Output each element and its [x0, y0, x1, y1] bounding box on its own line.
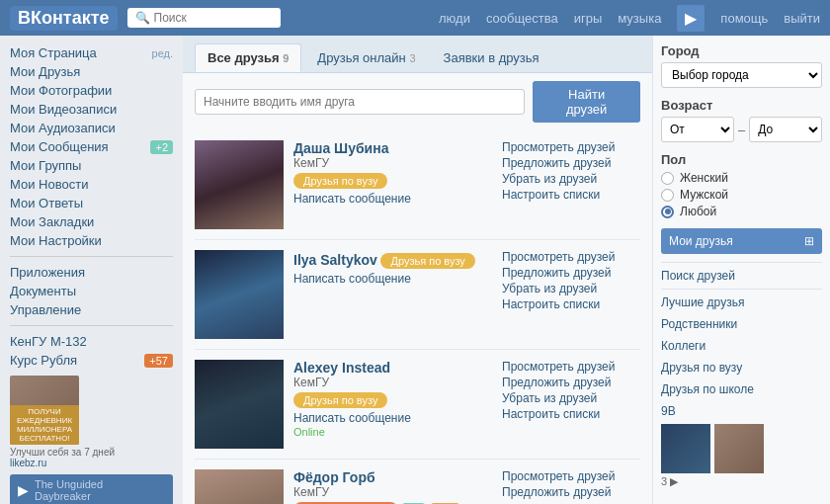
- sidebar-item-messages[interactable]: Мои Сообщения +2: [10, 137, 173, 156]
- friend-action-view-2[interactable]: Просмотреть друзей: [502, 360, 640, 374]
- my-friends-button[interactable]: Мои друзья ⊞: [661, 228, 822, 254]
- filter-link-9v[interactable]: 9В: [661, 402, 822, 420]
- find-friends-button[interactable]: Найти друзей: [533, 81, 640, 123]
- friend-name-2[interactable]: Alexey Instead: [293, 360, 390, 376]
- nav-logout[interactable]: выйти: [784, 11, 820, 26]
- friend-action-view-3[interactable]: Просмотреть друзей: [502, 469, 640, 483]
- sidebar-item-bookmarks[interactable]: Мои Закладки: [10, 212, 173, 231]
- gender-male-radio[interactable]: [661, 189, 674, 202]
- promo-site[interactable]: likebz.ru: [10, 458, 46, 468]
- city-select[interactable]: Выбор города: [661, 62, 822, 88]
- sidebar-item-manage[interactable]: Управление: [10, 300, 173, 319]
- friend-avatar-2[interactable]: [195, 360, 284, 449]
- friend-search-input[interactable]: [195, 89, 525, 115]
- nav-music[interactable]: музыка: [618, 11, 661, 26]
- mini-avatar-1[interactable]: [661, 424, 710, 473]
- sidebar-avatar[interactable]: ПОЛУЧИ ЕЖЕДНЕВНИК МИЛЛИОНЕРА БЕСПЛАТНО!: [10, 376, 79, 445]
- sidebar-edit-label[interactable]: ред.: [152, 47, 173, 59]
- sidebar-item-apps[interactable]: Приложения: [10, 263, 173, 282]
- friend-avatar-0[interactable]: [195, 140, 284, 229]
- nav-people[interactable]: люди: [439, 11, 470, 26]
- sidebar-item-answers[interactable]: Мои Ответы: [10, 194, 173, 212]
- sidebar-item-kengu[interactable]: КенГУ М-132: [10, 332, 173, 351]
- friend-action-view-0[interactable]: Просмотреть друзей: [502, 140, 640, 154]
- sidebar-link-news[interactable]: Мои Новости: [10, 177, 88, 192]
- tab-online-friends[interactable]: Друзья онлайн 3: [305, 44, 427, 71]
- gender-any-radio[interactable]: [661, 206, 674, 218]
- sidebar-link-friends[interactable]: Мои Друзья: [10, 64, 80, 79]
- sidebar-link-mypage[interactable]: Моя Страница: [10, 45, 97, 60]
- sidebar-item-mypage[interactable]: Моя Страница ред.: [10, 43, 173, 62]
- friend-action-suggest-2[interactable]: Предложить друзей: [502, 376, 640, 389]
- gender-male-row[interactable]: Мужской: [661, 188, 822, 202]
- sidebar-item-groups[interactable]: Мои Группы: [10, 156, 173, 175]
- friend-tag-1[interactable]: Друзья по вузу: [380, 253, 474, 269]
- friend-action-suggest-3[interactable]: Предложить друзей: [502, 485, 640, 499]
- friend-action-suggest-0[interactable]: Предложить друзей: [502, 156, 640, 170]
- filter-link-school[interactable]: Друзья по школе: [661, 380, 822, 398]
- sidebar-link-docs[interactable]: Документы: [10, 284, 76, 298]
- friend-message-2[interactable]: Написать сообщение: [293, 411, 492, 425]
- nav-communities[interactable]: сообщества: [486, 11, 558, 26]
- friend-actions-0: Просмотреть друзей Предложить друзей Убр…: [502, 140, 640, 203]
- filter-link-search[interactable]: Поиск друзей: [661, 267, 822, 285]
- filter-link-best[interactable]: Лучшие друзья: [661, 294, 822, 311]
- sidebar-link-groups[interactable]: Мои Группы: [10, 158, 81, 173]
- friend-action-lists-0[interactable]: Настроить списки: [502, 188, 640, 202]
- sidebar-link-kengu[interactable]: КенГУ М-132: [10, 334, 87, 349]
- filter-link-relatives[interactable]: Родственники: [661, 315, 822, 333]
- sidebar-item-videos[interactable]: Мои Видеозаписи: [10, 100, 173, 119]
- nav-help[interactable]: помощь: [720, 11, 768, 26]
- mini-count: 3 ▶: [661, 475, 822, 488]
- sidebar-item-audio[interactable]: Мои Аудиозаписи: [10, 119, 173, 137]
- friend-message-1[interactable]: Написать сообщение: [293, 272, 492, 286]
- friend-name-3[interactable]: Фёдор Горб: [293, 469, 375, 485]
- sidebar-link-answers[interactable]: Мои Ответы: [10, 196, 83, 210]
- header-more-button[interactable]: ▶: [677, 5, 705, 32]
- sidebar-link-ruble[interactable]: Курс Рубля: [10, 353, 77, 368]
- friend-name-1[interactable]: Ilya Saltykov: [293, 252, 377, 268]
- age-row: От – До: [661, 117, 822, 142]
- sidebar-link-photos[interactable]: Мои Фотографии: [10, 83, 112, 98]
- sidebar-link-bookmarks[interactable]: Мои Закладки: [10, 214, 94, 229]
- friend-action-remove-1[interactable]: Убрать из друзей: [502, 282, 640, 295]
- friend-action-lists-1[interactable]: Настроить списки: [502, 297, 640, 311]
- filter-link-colleagues[interactable]: Коллеги: [661, 337, 822, 355]
- header-search-input[interactable]: [154, 11, 273, 25]
- friend-action-lists-2[interactable]: Настроить списки: [502, 407, 640, 421]
- sidebar-link-audio[interactable]: Мои Аудиозаписи: [10, 121, 116, 135]
- friend-tag-0[interactable]: Друзья по вузу: [293, 173, 387, 189]
- friend-action-suggest-1[interactable]: Предложить друзей: [502, 266, 640, 280]
- gender-female-radio[interactable]: [661, 172, 674, 185]
- sidebar-item-friends[interactable]: Мои Друзья: [10, 62, 173, 81]
- sidebar-link-manage[interactable]: Управление: [10, 302, 81, 317]
- sidebar-link-apps[interactable]: Приложения: [10, 265, 85, 280]
- sidebar-item-docs[interactable]: Документы: [10, 282, 173, 300]
- friend-name-0[interactable]: Даша Шубина: [293, 140, 388, 156]
- play-button[interactable]: ▶: [18, 482, 29, 498]
- sidebar-link-messages[interactable]: Мои Сообщения: [10, 139, 109, 154]
- friend-action-view-1[interactable]: Просмотреть друзей: [502, 250, 640, 264]
- filter-link-uni[interactable]: Друзья по вузу: [661, 359, 822, 377]
- friend-action-remove-0[interactable]: Убрать из друзей: [502, 172, 640, 186]
- sidebar-link-settings[interactable]: Мои Настройки: [10, 233, 102, 248]
- mini-avatar-2[interactable]: [714, 424, 764, 473]
- friend-avatar-3[interactable]: [195, 469, 284, 504]
- tab-all-friends[interactable]: Все друзья 9: [195, 43, 301, 72]
- age-to-select[interactable]: До: [749, 117, 822, 142]
- nav-games[interactable]: игры: [574, 11, 603, 26]
- tab-requests[interactable]: Заявки в друзья: [432, 44, 551, 71]
- friend-message-0[interactable]: Написать сообщение: [293, 192, 492, 206]
- friend-tag-2[interactable]: Друзья по вузу: [293, 392, 387, 408]
- age-from-select[interactable]: От: [661, 117, 734, 142]
- gender-female-row[interactable]: Женский: [661, 171, 822, 185]
- friend-action-remove-2[interactable]: Убрать из друзей: [502, 391, 640, 405]
- sidebar-item-photos[interactable]: Мои Фотографии: [10, 81, 173, 100]
- sidebar-item-ruble[interactable]: Курс Рубля +57: [10, 351, 173, 370]
- gender-any-row[interactable]: Любой: [661, 205, 822, 218]
- friend-avatar-1[interactable]: [195, 250, 284, 339]
- sidebar-link-videos[interactable]: Мои Видеозаписи: [10, 102, 117, 117]
- sidebar-item-settings[interactable]: Мои Настройки: [10, 231, 173, 250]
- sidebar-item-news[interactable]: Мои Новости: [10, 175, 173, 194]
- vk-logo[interactable]: ВКонтакте: [10, 6, 118, 31]
